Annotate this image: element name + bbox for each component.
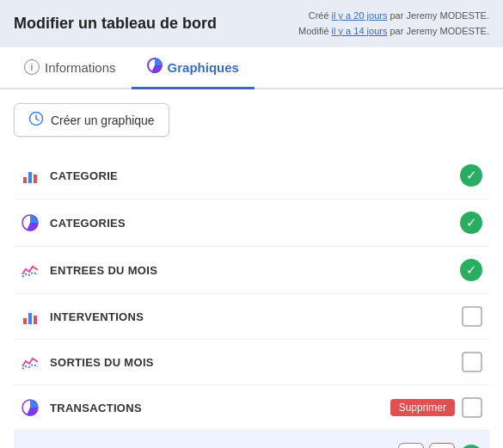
chart-label: CATEGORIES <box>50 217 126 230</box>
chart-row-right: ✓ <box>460 212 482 234</box>
svg-rect-4 <box>23 177 27 183</box>
modified-link[interactable]: il y a 14 jours <box>332 26 388 36</box>
chart-row-right: ✓ <box>398 443 482 448</box>
info-icon: i <box>24 59 40 75</box>
chart-row: CATEGORIES ✓ <box>14 199 489 247</box>
create-chart-button[interactable]: Créer un graphique <box>14 103 169 137</box>
chart-label: CATEGORIE <box>50 169 118 182</box>
modified-meta: Modifié il y a 14 jours par Jeremy MODES… <box>298 24 489 40</box>
svg-rect-6 <box>34 175 37 183</box>
chart-row-highlighted: ENTREES DU MOIS 01 <box>14 431 489 448</box>
supprimer-badge: Supprimer <box>390 399 455 416</box>
chart-row-right: ✓ <box>460 259 482 281</box>
svg-line-3 <box>36 119 39 120</box>
header-meta: Créé il y a 20 jours par Jeremy MODESTE.… <box>298 9 489 39</box>
create-chart-label: Créer un graphique <box>51 114 155 127</box>
checkbox-unchecked[interactable] <box>462 352 482 372</box>
chart-label: TRANSACTIONS <box>50 402 142 414</box>
checkbox-checked[interactable]: ✓ <box>460 259 482 281</box>
line-chart-icon <box>21 353 40 371</box>
svg-rect-9 <box>28 313 32 324</box>
chart-row-left: CATEGORIES <box>21 213 126 232</box>
chart-row-right <box>462 306 482 327</box>
chart-label: INTERVENTIONS <box>50 310 144 323</box>
pie-tab-icon <box>147 58 163 77</box>
chart-row: ENTREES DU MOIS ✓ <box>14 247 489 294</box>
page-title: Modifier un tableau de bord <box>14 15 217 33</box>
checkbox-unchecked[interactable] <box>462 306 482 327</box>
checkbox-checked[interactable]: ✓ <box>460 164 482 187</box>
checkbox-unchecked[interactable] <box>462 397 482 418</box>
chart-label: ENTREES DU MOIS <box>50 264 157 277</box>
chart-row-left: SORTIES DU MOIS <box>21 353 154 371</box>
clock-icon <box>28 111 44 129</box>
chart-row: INTERVENTIONS <box>14 294 489 340</box>
svg-rect-10 <box>34 316 37 324</box>
checkbox-checked[interactable]: ✓ <box>460 212 482 234</box>
created-meta: Créé il y a 20 jours par Jeremy MODESTE. <box>298 9 489 24</box>
chart-row-left: CATEGORIE <box>21 166 118 185</box>
main-content: Créer un graphique CATEGORIE <box>0 89 503 448</box>
chart-row-right: Supprimer <box>462 397 482 418</box>
bar-chart-icon <box>21 307 40 326</box>
chart-row-right <box>462 352 482 372</box>
chart-row-right: ✓ <box>460 164 482 187</box>
tab-graphiques-label: Graphiques <box>168 60 239 75</box>
chart-list: CATEGORIE ✓ CATEGORIES <box>14 152 489 448</box>
page: Modifier un tableau de bord Créé il y a … <box>0 0 503 448</box>
svg-rect-8 <box>23 318 27 324</box>
chart-row: TRANSACTIONS Supprimer <box>14 385 489 431</box>
chart-row-left: INTERVENTIONS <box>21 307 144 326</box>
chart-row-left: TRANSACTIONS <box>21 398 142 417</box>
chart-label: SORTIES DU MOIS <box>50 356 154 369</box>
edit-button[interactable] <box>398 443 424 448</box>
tab-informations[interactable]: i Informations <box>9 47 132 89</box>
bar-chart-icon <box>21 166 40 185</box>
line-chart-icon <box>21 261 40 279</box>
svg-rect-5 <box>28 172 32 183</box>
pie-chart-icon <box>21 398 40 417</box>
tab-graphiques[interactable]: Graphiques <box>132 47 255 89</box>
pie-chart-icon <box>21 213 40 232</box>
created-link[interactable]: il y a 20 jours <box>332 10 388 21</box>
tab-informations-label: Informations <box>45 60 116 75</box>
chart-row: CATEGORIE ✓ <box>14 152 489 199</box>
tabs-bar: i Informations Graphiques <box>0 47 503 89</box>
checkbox-checked[interactable]: ✓ <box>460 445 482 448</box>
chart-row: SORTIES DU MOIS <box>14 340 489 385</box>
header: Modifier un tableau de bord Créé il y a … <box>0 0 503 47</box>
delete-button[interactable] <box>429 443 455 448</box>
chart-row-left: ENTREES DU MOIS <box>21 261 157 279</box>
